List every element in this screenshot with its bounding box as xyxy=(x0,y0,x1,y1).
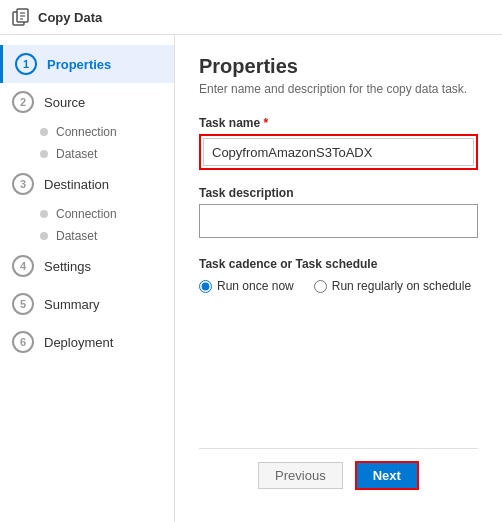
sidebar-label-source: Source xyxy=(44,95,85,110)
main-content: 1 Properties 2 Source Connection Dataset xyxy=(0,35,502,522)
step-circle-3: 3 xyxy=(12,173,34,195)
sidebar-label-summary: Summary xyxy=(44,297,100,312)
sub-dot xyxy=(40,210,48,218)
next-button[interactable]: Next xyxy=(355,461,419,490)
source-connection-label: Connection xyxy=(56,125,117,139)
task-name-group: Task name * xyxy=(199,116,478,170)
right-panel: Properties Enter name and description fo… xyxy=(175,35,502,522)
sidebar-item-source[interactable]: 2 Source xyxy=(0,83,174,121)
task-cadence-group: Task cadence or Task schedule Run once n… xyxy=(199,257,478,293)
task-desc-group: Task description xyxy=(199,186,478,241)
panel-subtitle: Enter name and description for the copy … xyxy=(199,82,478,96)
radio-run-once[interactable]: Run once now xyxy=(199,279,294,293)
destination-connection-label: Connection xyxy=(56,207,117,221)
step-circle-2: 2 xyxy=(12,91,34,113)
sub-dot xyxy=(40,150,48,158)
radio-run-once-label: Run once now xyxy=(217,279,294,293)
step-circle-5: 5 xyxy=(12,293,34,315)
app-title: Copy Data xyxy=(38,10,102,25)
sub-dot xyxy=(40,232,48,240)
sub-dot xyxy=(40,128,48,136)
radio-group: Run once now Run regularly on schedule xyxy=(199,279,478,293)
radio-run-regular-label: Run regularly on schedule xyxy=(332,279,471,293)
top-bar: Copy Data xyxy=(0,0,502,35)
source-dataset-label: Dataset xyxy=(56,147,97,161)
task-desc-label: Task description xyxy=(199,186,478,200)
sidebar-item-properties[interactable]: 1 Properties xyxy=(0,45,174,83)
radio-run-regular-input[interactable] xyxy=(314,280,327,293)
panel-title: Properties xyxy=(199,55,478,78)
source-connection-item: Connection xyxy=(40,121,174,143)
task-name-wrapper xyxy=(199,134,478,170)
destination-dataset-item: Dataset xyxy=(40,225,174,247)
sidebar-item-settings[interactable]: 4 Settings xyxy=(0,247,174,285)
radio-run-once-input[interactable] xyxy=(199,280,212,293)
step-circle-6: 6 xyxy=(12,331,34,353)
sidebar-item-summary[interactable]: 5 Summary xyxy=(0,285,174,323)
task-name-input[interactable] xyxy=(203,138,474,166)
radio-run-regular[interactable]: Run regularly on schedule xyxy=(314,279,471,293)
spacer xyxy=(199,309,478,448)
sidebar-label-properties: Properties xyxy=(47,57,111,72)
source-dataset-item: Dataset xyxy=(40,143,174,165)
destination-connection-item: Connection xyxy=(40,203,174,225)
copy-data-icon xyxy=(12,8,30,26)
previous-button[interactable]: Previous xyxy=(258,462,343,489)
bottom-nav: Previous Next xyxy=(199,448,478,502)
task-desc-input[interactable] xyxy=(199,204,478,238)
sidebar-item-destination[interactable]: 3 Destination xyxy=(0,165,174,203)
sidebar-label-destination: Destination xyxy=(44,177,109,192)
step-circle-1: 1 xyxy=(15,53,37,75)
sidebar-item-deployment[interactable]: 6 Deployment xyxy=(0,323,174,361)
sidebar-label-deployment: Deployment xyxy=(44,335,113,350)
destination-dataset-label: Dataset xyxy=(56,229,97,243)
cadence-label: Task cadence or Task schedule xyxy=(199,257,478,271)
task-name-label: Task name * xyxy=(199,116,478,130)
destination-sub-items: Connection Dataset xyxy=(0,203,174,247)
source-sub-items: Connection Dataset xyxy=(0,121,174,165)
sidebar-label-settings: Settings xyxy=(44,259,91,274)
sidebar: 1 Properties 2 Source Connection Dataset xyxy=(0,35,175,522)
required-star: * xyxy=(264,116,269,130)
step-circle-4: 4 xyxy=(12,255,34,277)
